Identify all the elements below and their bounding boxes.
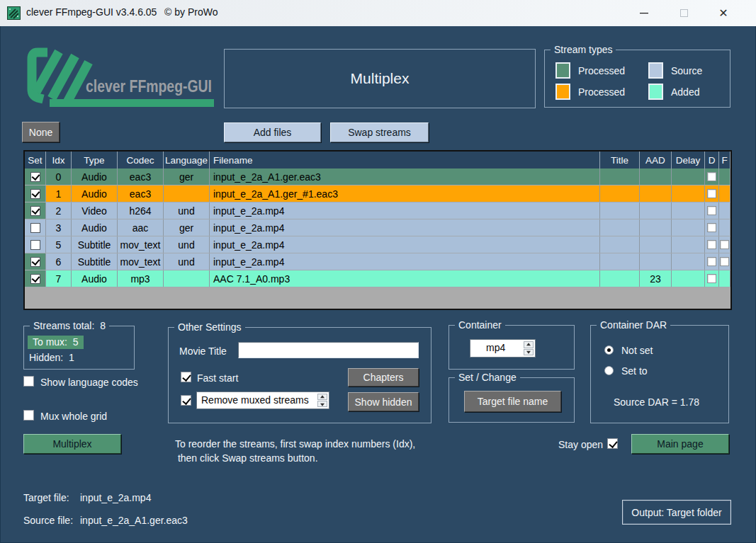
set-to-radio[interactable] (604, 366, 614, 375)
set-checkbox[interactable] (30, 172, 40, 182)
column-header-language[interactable]: Language (164, 152, 210, 168)
f-checkbox[interactable] (720, 257, 729, 266)
spinner[interactable] (524, 341, 534, 355)
d-checkbox[interactable] (707, 240, 716, 249)
grid-header-row: SetIdxTypeCodecLanguageFilenameTitleAADD… (25, 152, 730, 168)
cell-aad: 23 (640, 270, 672, 287)
set-checkbox[interactable] (30, 257, 40, 267)
movie-title-input[interactable] (238, 342, 419, 358)
cell-aad (640, 219, 672, 236)
spinner[interactable] (317, 394, 327, 407)
stream-row[interactable]: 7Audiomp3AAC 7.1_A0.mp323 (25, 270, 730, 287)
close-button[interactable]: ✕ (707, 0, 740, 26)
chapters-button[interactable]: Chapters (348, 368, 419, 387)
main-page-button[interactable]: Main page (631, 434, 729, 454)
cell-set (25, 202, 46, 219)
stream-row[interactable]: 0Audioeac3gerinput_e_2a_A1.ger.eac3 (25, 168, 730, 185)
column-header-codec[interactable]: Codec (118, 152, 164, 168)
column-header-filename[interactable]: Filename (210, 152, 600, 168)
cell-language: und (164, 253, 210, 270)
target-file-name-button[interactable]: Target file name (464, 391, 561, 412)
stream-row[interactable]: 5Subtitlemov_textundinput_e_2a.mp4 (25, 236, 730, 253)
output-target-folder[interactable]: Output: Target folder (622, 500, 731, 525)
column-header-f[interactable]: F (719, 152, 730, 168)
legend-label: Source (671, 65, 702, 76)
output-label: Output: Target folder (631, 507, 721, 518)
show-language-codes-checkbox[interactable] (23, 376, 34, 387)
remove-muxed-combobox[interactable]: Remove muxed streams (196, 391, 329, 409)
set-checkbox[interactable] (30, 274, 40, 284)
source-dar-label: Source DAR = 1.78 (614, 396, 699, 408)
stream-row[interactable]: 3Audioaacgerinput_e_2a.mp4 (25, 219, 730, 236)
cell-codec: aac (118, 219, 164, 236)
cell-type: Audio (72, 270, 118, 287)
mux-whole-grid-label: Mux whole grid (40, 411, 107, 422)
other-settings-title: Other Settings (174, 321, 245, 333)
cell-aad (640, 168, 672, 185)
multiplex-button[interactable]: Multiplex (23, 434, 121, 454)
remove-muxed-checkbox[interactable] (181, 395, 191, 406)
streams-total-label: Streams total: 8 (30, 320, 109, 331)
cell-idx: 3 (46, 219, 72, 236)
set-checkbox[interactable] (30, 206, 40, 216)
d-checkbox[interactable] (707, 223, 716, 232)
set-checkbox[interactable] (30, 240, 40, 250)
cell-language: ger (164, 168, 210, 185)
set-checkbox[interactable] (30, 189, 40, 199)
not-set-radio[interactable] (604, 345, 614, 355)
cell-f (719, 236, 730, 253)
set-change-title: Set / Change (455, 372, 520, 383)
d-checkbox[interactable] (707, 172, 716, 181)
cell-d (705, 185, 719, 202)
stream-row[interactable]: 6Subtitlemov_textundinput_e_2a.mp4 (25, 253, 730, 270)
stream-row[interactable]: 1Audioeac3input_e_2a_A1.ger_#1.eac3 (25, 185, 730, 202)
cell-d (705, 219, 719, 236)
column-header-delay[interactable]: Delay (672, 152, 705, 168)
f-checkbox[interactable] (720, 240, 729, 249)
cell-title (600, 168, 640, 185)
target-file-value: input_e_2a.mp4 (80, 492, 151, 503)
source-file-label: Source file: (23, 515, 73, 526)
container-dar-title: Container DAR (597, 319, 670, 331)
cell-idx: 5 (46, 236, 72, 253)
mux-whole-grid-checkbox[interactable] (23, 410, 34, 421)
swap-streams-button[interactable]: Swap streams (330, 122, 429, 142)
cell-set (25, 270, 46, 287)
fast-start-label: Fast start (197, 372, 238, 384)
column-header-type[interactable]: Type (72, 152, 118, 168)
remove-muxed-value: Remove muxed streams (201, 394, 309, 406)
cell-filename: input_e_2a.mp4 (210, 236, 600, 253)
cell-delay (672, 185, 705, 202)
stay-open-checkbox[interactable] (607, 438, 618, 449)
legend-swatch-processed-orange (555, 84, 570, 100)
cell-set (25, 236, 46, 253)
container-combobox[interactable]: mp4 (470, 339, 536, 358)
d-checkbox[interactable] (707, 189, 716, 198)
column-header-title[interactable]: Title (600, 152, 640, 168)
maximize-button[interactable] (667, 0, 700, 26)
d-checkbox[interactable] (707, 206, 716, 215)
column-header-d[interactable]: D (705, 152, 719, 168)
page-title: Multiplex (351, 70, 410, 87)
add-files-button[interactable]: Add files (224, 122, 321, 142)
show-hidden-button[interactable]: Show hidden (348, 392, 419, 411)
column-header-idx[interactable]: Idx (46, 152, 72, 168)
d-checkbox[interactable] (707, 274, 716, 283)
cell-delay (672, 219, 705, 236)
minimize-button[interactable] (628, 0, 660, 26)
column-header-aad[interactable]: AAD (640, 152, 672, 168)
stream-row[interactable]: 2Videoh264undinput_e_2a.mp4 (25, 202, 730, 219)
not-set-label: Not set (621, 345, 653, 356)
cell-set (25, 168, 46, 185)
none-button[interactable]: None (22, 122, 60, 142)
d-checkbox[interactable] (707, 257, 716, 266)
set-checkbox[interactable] (30, 223, 40, 233)
cell-d (705, 253, 719, 270)
window-copyright: © by ProWo (164, 6, 218, 18)
column-header-set[interactable]: Set (25, 152, 46, 168)
legend-label: Processed (578, 65, 625, 76)
cell-idx: 2 (46, 202, 72, 219)
fast-start-checkbox[interactable] (181, 372, 191, 382)
hidden-count-label: Hidden: 1 (29, 352, 74, 363)
cell-set (25, 253, 46, 270)
